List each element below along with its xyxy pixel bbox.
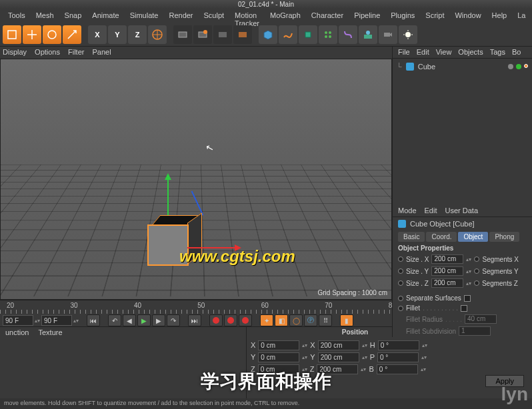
object-name[interactable]: Cube (418, 63, 435, 71)
attr-tab-edit[interactable]: Edit (425, 206, 437, 215)
menu-animate[interactable]: Animate (87, 9, 124, 23)
render-dot-icon[interactable] (524, 64, 528, 68)
subtab-object[interactable]: Object (458, 232, 488, 242)
opt2-icon[interactable]: ◧ (275, 314, 288, 326)
frame-field[interactable]: 90 F (3, 315, 33, 326)
menu-render[interactable]: Render (163, 9, 198, 23)
live-select-icon[interactable] (3, 25, 21, 44)
tab-texture[interactable]: Texture (38, 328, 62, 338)
objmenu-edit[interactable]: Edit (417, 48, 429, 57)
menu-la[interactable]: La (512, 9, 531, 23)
layer-dot-icon[interactable] (508, 64, 513, 69)
environment-icon[interactable] (359, 25, 377, 44)
size-y-attr[interactable]: 200 cm (431, 266, 463, 276)
size-x-attr[interactable]: 200 cm (431, 254, 463, 264)
size-y-field[interactable]: 200 cm (318, 352, 359, 362)
deformer-icon[interactable] (339, 25, 357, 44)
camera-icon[interactable] (379, 25, 397, 44)
menu-tools[interactable]: Tools (3, 9, 31, 23)
objmenu-bo[interactable]: Bo (512, 48, 521, 57)
visibility-dot-icon[interactable] (516, 64, 521, 69)
opt6-icon[interactable]: ▮ (340, 314, 353, 326)
objmenu-view[interactable]: View (436, 48, 452, 57)
menu-pipeline[interactable]: Pipeline (349, 9, 385, 23)
menu-simulate[interactable]: Simulate (125, 9, 164, 23)
x-axis-icon[interactable]: X (88, 25, 107, 44)
tab-panel[interactable]: Panel (92, 48, 111, 57)
tab-display[interactable]: Display (3, 48, 27, 57)
tab-function[interactable]: unction (5, 328, 29, 338)
array-icon[interactable] (319, 25, 337, 44)
pos-x-field[interactable]: 0 cm (258, 340, 299, 350)
subtab-coord[interactable]: Coord. (426, 232, 457, 242)
menubar: Tools Mesh Snap Animate Simulate Render … (0, 9, 532, 23)
menu-plugins[interactable]: Plugins (385, 9, 420, 23)
next-frame-icon[interactable]: ▶ (152, 314, 165, 326)
size-z-attr[interactable]: 200 cm (431, 278, 463, 288)
menu-script[interactable]: Script (420, 9, 449, 23)
menu-sculpt[interactable]: Sculpt (199, 9, 230, 23)
objmenu-file[interactable]: File (398, 48, 410, 57)
spline-icon[interactable] (279, 25, 297, 44)
cube-primitive-icon[interactable] (259, 25, 277, 44)
radio-icon[interactable] (398, 256, 403, 262)
key-icon[interactable] (239, 314, 252, 326)
radio-icon[interactable] (398, 280, 403, 286)
render-settings-icon[interactable] (213, 25, 232, 44)
objmenu-objects[interactable]: Objects (458, 48, 483, 57)
opt3-icon[interactable]: ◯ (289, 314, 303, 326)
step-fwd-icon[interactable]: ↷ (167, 314, 180, 326)
goto-start-icon[interactable]: ⏮ (87, 314, 100, 326)
fillet-checkbox[interactable] (461, 305, 467, 312)
z-axis-icon[interactable]: Z (128, 25, 147, 44)
opt4-icon[interactable]: Ⓟ (304, 314, 317, 326)
nurbs-icon[interactable] (299, 25, 317, 44)
attr-tab-mode[interactable]: Mode (398, 206, 417, 215)
autokey-icon[interactable] (224, 314, 237, 326)
menu-mesh[interactable]: Mesh (31, 9, 59, 23)
menu-character[interactable]: Character (306, 9, 349, 23)
menu-motion-tracker[interactable]: Motion Tracker (229, 9, 265, 23)
opt5-icon[interactable]: ⠿ (319, 314, 332, 326)
menu-snap[interactable]: Snap (59, 9, 87, 23)
scale-icon[interactable] (63, 25, 81, 44)
radio-icon[interactable] (398, 306, 403, 311)
step-back-icon[interactable]: ↶ (108, 314, 121, 326)
y-axis-icon[interactable]: Y (108, 25, 127, 44)
tab-options[interactable]: Options (35, 48, 60, 57)
subtab-basic[interactable]: Basic (398, 232, 425, 242)
light-icon[interactable] (399, 25, 417, 44)
prev-frame-icon[interactable]: ◀ (123, 314, 136, 326)
radio-icon[interactable] (474, 268, 479, 274)
objmenu-tags[interactable]: Tags (490, 48, 505, 57)
menu-window[interactable]: Window (449, 9, 486, 23)
render-active-icon[interactable] (233, 25, 252, 44)
world-icon[interactable] (148, 25, 167, 44)
move-icon[interactable] (23, 25, 41, 44)
frame-end-field[interactable]: 90 F (41, 315, 72, 326)
radio-icon[interactable] (398, 296, 403, 301)
rot-h-field[interactable]: 0 ° (378, 340, 419, 350)
attr-tab-userdata[interactable]: User Data (445, 206, 479, 215)
opt1-icon[interactable]: ✦ (260, 314, 273, 326)
render-region-icon[interactable] (193, 25, 212, 44)
pos-y-field[interactable]: 0 cm (258, 352, 299, 362)
tab-filter[interactable]: Filter (68, 48, 84, 57)
rot-p-field[interactable]: 0 ° (377, 352, 419, 362)
menu-mograph[interactable]: MoGraph (265, 9, 306, 23)
play-icon[interactable]: ▶ (137, 314, 151, 326)
separate-surfaces-checkbox[interactable] (464, 295, 471, 302)
viewport[interactable]: www.cgtsj.com Grid Spacing : 1000 cm ↖ (0, 59, 392, 300)
radio-icon[interactable] (474, 280, 479, 286)
radio-icon[interactable] (474, 256, 479, 262)
size-x-field[interactable]: 200 cm (318, 340, 359, 350)
menu-help[interactable]: Help (487, 9, 513, 23)
render-icon[interactable] (173, 25, 192, 44)
radio-icon[interactable] (398, 268, 403, 274)
subtab-phong[interactable]: Phong (489, 232, 519, 242)
rot-b-field[interactable]: 0 ° (377, 364, 418, 374)
object-row-cube[interactable]: └ Cube (397, 63, 528, 71)
goto-end-icon[interactable]: ⏭ (188, 314, 201, 326)
record-icon[interactable] (209, 314, 223, 326)
rotate-icon[interactable] (43, 25, 61, 44)
